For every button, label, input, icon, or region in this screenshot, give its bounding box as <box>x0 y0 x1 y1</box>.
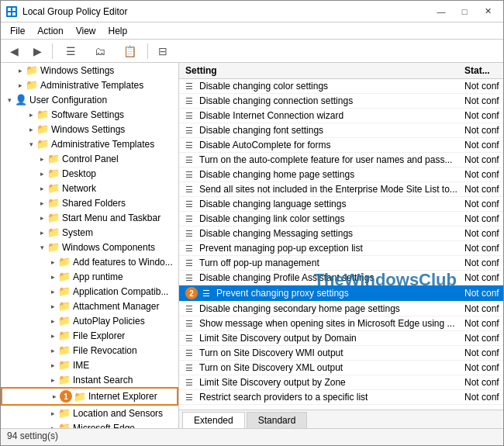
tree-item-label: Windows Settings <box>51 124 125 135</box>
toolbar-btn-3[interactable]: 📋 <box>116 42 143 61</box>
table-row[interactable]: ☰Send all sites not included in the Ente… <box>179 182 503 197</box>
state-cell: Not conf <box>458 361 503 375</box>
tree-item-windows-components[interactable]: ▾📁Windows Components <box>1 240 178 254</box>
tree-item-admin-templates-top[interactable]: ▸📁Administrative Templates <box>1 78 178 92</box>
tree-item-location-sensors[interactable]: ▸📁Location and Sensors <box>1 406 178 420</box>
setting-label: Turn on the auto-complete feature for us… <box>199 154 452 165</box>
tree-item-internet-explorer[interactable]: ▸1📁Internet Explorer <box>1 387 178 406</box>
setting-icon: ☰ <box>185 273 196 283</box>
tree-item-windows-settings[interactable]: ▸📁Windows Settings <box>1 122 178 137</box>
table-row[interactable]: ☰Disable changing font settingsNot conf <box>179 123 503 138</box>
forward-button[interactable]: ▶ <box>27 42 47 61</box>
table-row[interactable]: ☰Limit Site Discovery output by ZoneNot … <box>179 375 503 390</box>
setting-cell: ☰Disable changing home page settings <box>179 168 458 182</box>
table-row[interactable]: ☰Prevent managing pop-up exception listN… <box>179 241 503 256</box>
minimize-button[interactable]: — <box>430 4 452 19</box>
setting-icon: ☰ <box>185 229 196 239</box>
folder-icon: 📁 <box>58 285 71 297</box>
setting-icon: ☰ <box>185 170 196 180</box>
tab-standard[interactable]: Standard <box>247 412 308 428</box>
table-row[interactable]: ☰Disable changing home page settingsNot … <box>179 168 503 182</box>
table-row[interactable]: ☰Disable Internet Connection wizardNot c… <box>179 109 503 123</box>
table-row[interactable]: ☰Disable changing connection settingsNot… <box>179 94 503 109</box>
toolbar-btn-2[interactable]: 🗂 <box>87 42 113 61</box>
tree-item-app-runtime[interactable]: ▸📁App runtime <box>1 269 178 284</box>
table-row[interactable]: ☰Disable changing Messaging settingsNot … <box>179 226 503 241</box>
table-row[interactable]: ☰Disable changing language settingsNot c… <box>179 197 503 212</box>
setting-label: Turn off pop-up management <box>199 258 319 268</box>
expand-icon: ▸ <box>15 81 26 89</box>
menu-view[interactable]: View <box>70 24 102 38</box>
folder-icon: 📁 <box>74 391 86 403</box>
main-window: Local Group Policy Editor — □ ✕ File Act… <box>0 0 504 446</box>
tree-item-add-features[interactable]: ▸📁Add features to Windo... <box>1 254 178 269</box>
menu-file[interactable]: File <box>4 24 31 38</box>
setting-label: Turn on Site Discovery WMI output <box>199 347 343 358</box>
table-row[interactable]: 2☰Prevent changing proxy settingsNot con… <box>179 285 503 302</box>
tree-item-ime[interactable]: ▸📁IME <box>1 358 178 372</box>
tree-item-software-settings[interactable]: ▸📁Software Settings <box>1 107 178 122</box>
tree-item-instant-search[interactable]: ▸📁Instant Search <box>1 372 178 387</box>
tree-item-system[interactable]: ▸📁System <box>1 225 178 240</box>
table-row[interactable]: ☰Limit Site Discovery output by DomainNo… <box>179 331 503 346</box>
menu-help[interactable]: Help <box>102 24 134 38</box>
setting-icon: ☰ <box>185 96 196 106</box>
tree-panel[interactable]: ▸📁Windows Settings▸📁Administrative Templ… <box>1 63 179 428</box>
state-cell: Not conf <box>458 197 503 212</box>
table-row[interactable]: ☰Turn off pop-up managementNot conf <box>179 256 503 271</box>
setting-cell: ☰Disable changing color settings <box>179 79 458 94</box>
tabs-bar: Extended Standard <box>179 410 503 428</box>
table-row[interactable]: ☰Show message when opening sites in Micr… <box>179 316 503 331</box>
tree-item-file-revocation[interactable]: ▸📁File Revocation <box>1 343 178 358</box>
folder-icon: 📁 <box>58 330 71 341</box>
table-row[interactable]: ☰Disable AutoComplete for formsNot conf <box>179 138 503 153</box>
tree-item-file-explorer[interactable]: ▸📁File Explorer <box>1 328 178 343</box>
table-row[interactable]: ☰Turn on Site Discovery WMI outputNot co… <box>179 346 503 361</box>
tree-item-shared-folders[interactable]: ▸📁Shared Folders <box>1 195 178 210</box>
back-button[interactable]: ◀ <box>4 42 24 61</box>
close-button[interactable]: ✕ <box>477 4 499 19</box>
tree-item-desktop[interactable]: ▸📁Desktop <box>1 166 178 181</box>
app-icon <box>5 5 18 18</box>
tree-item-control-panel[interactable]: ▸📁Control Panel <box>1 151 178 166</box>
tab-extended[interactable]: Extended <box>182 412 245 428</box>
state-cell: Not conf <box>458 182 503 197</box>
setting-label: Prevent changing proxy settings <box>216 288 349 299</box>
table-row[interactable]: ☰Disable changing link color settingsNot… <box>179 212 503 226</box>
setting-label: Disable changing Messaging settings <box>199 228 353 239</box>
table-row[interactable]: ☰Disable changing Profile Assistant sett… <box>179 271 503 285</box>
tree-item-label: App runtime <box>73 271 123 282</box>
setting-icon: ☰ <box>185 81 196 92</box>
tree-item-windows-settings-top[interactable]: ▸📁Windows Settings <box>1 63 178 78</box>
tree-item-autoplay[interactable]: ▸📁AutoPlay Policies <box>1 313 178 328</box>
tree-item-user-config[interactable]: ▾👤User Configuration <box>1 92 178 107</box>
table-row[interactable]: ☰Disable changing secondary home page se… <box>179 302 503 316</box>
tree-item-app-compat[interactable]: ▸📁Application Compatib... <box>1 284 178 299</box>
tree-item-network[interactable]: ▸📁Network <box>1 181 178 195</box>
table-row[interactable]: ☰Restrict search providers to a specific… <box>179 390 503 405</box>
setting-label: Send all sites not included in the Enter… <box>199 184 457 195</box>
table-row[interactable]: ☰Turn on Site Discovery XML outputNot co… <box>179 361 503 375</box>
settings-table[interactable]: Setting Stat... ☰Disable changing color … <box>179 63 503 410</box>
tree-item-start-menu[interactable]: ▸📁Start Menu and Taskbar <box>1 210 178 225</box>
menu-action[interactable]: Action <box>31 24 69 38</box>
tree-item-admin-templates[interactable]: ▾📁Administrative Templates <box>1 137 178 151</box>
menu-bar: File Action View Help <box>1 22 503 40</box>
setting-icon: ☰ <box>185 392 196 403</box>
maximize-button[interactable]: □ <box>454 4 475 19</box>
table-row[interactable]: ☰Turn on the auto-complete feature for u… <box>179 153 503 168</box>
tree-item-attachment[interactable]: ▸📁Attachment Manager <box>1 299 178 313</box>
tree-item-label: Administrative Templates <box>51 139 154 150</box>
show-hide-button[interactable]: ☰ <box>57 42 84 61</box>
filter-button[interactable]: ⊟ <box>153 42 173 61</box>
setting-icon: ☰ <box>185 258 196 268</box>
expand-icon: ▸ <box>47 317 58 325</box>
tree-item-label: Application Compatib... <box>73 286 168 297</box>
settings-list: Setting Stat... ☰Disable changing color … <box>179 63 503 405</box>
tree-item-label: File Revocation <box>73 345 137 356</box>
expand-icon: ▸ <box>36 185 47 192</box>
tree-item-microsoft-edge[interactable]: ▸📁Microsoft Edge <box>1 420 178 428</box>
user-icon: 👤 <box>15 94 27 105</box>
table-row[interactable]: ☰Disable changing color settingsNot conf <box>179 79 503 94</box>
setting-label: Disable changing secondary home page set… <box>199 303 400 314</box>
